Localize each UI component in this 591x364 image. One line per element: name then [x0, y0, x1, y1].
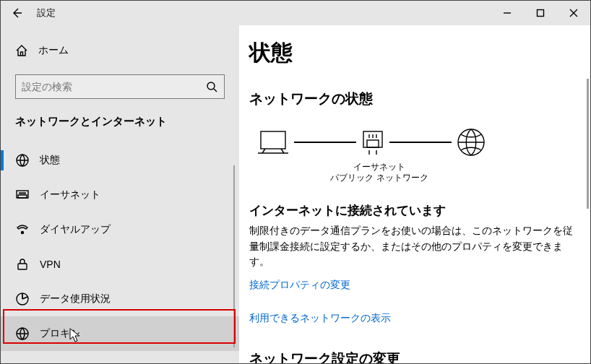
search-icon — [205, 81, 218, 92]
svg-point-5 — [22, 232, 24, 234]
nav-list: 状態 イーサネット ダイヤルアップ VPN — [1, 143, 239, 351]
nav-item-dialup[interactable]: ダイヤルアップ — [1, 212, 239, 247]
computer-icon — [256, 129, 290, 156]
connection-status-desc: 制限付きのデータ通信プランをお使いの場合は、このネットワークを従量制課金接続に設… — [249, 223, 573, 270]
status-icon — [15, 153, 30, 168]
network-diagram — [256, 127, 573, 157]
page-heading: 状態 — [249, 38, 573, 68]
caption-line1: イーサネット — [256, 162, 502, 173]
svg-rect-11 — [367, 140, 379, 147]
content-pane: 状態 ネットワークの状態 イーサネット パブリック ネットワーク インターネット… — [239, 25, 590, 363]
nav-item-proxy[interactable]: プロキシ — [1, 316, 239, 351]
nav-label: VPN — [40, 259, 61, 270]
home-icon — [15, 44, 28, 57]
nav-item-vpn[interactable]: VPN — [1, 247, 239, 282]
globe-icon — [456, 127, 486, 157]
svg-rect-0 — [538, 10, 544, 17]
title-bar: 設定 — [1, 1, 590, 25]
router-icon — [361, 129, 385, 156]
sidebar-scrollbar[interactable] — [233, 165, 235, 347]
nav-label: データ使用状況 — [40, 292, 111, 306]
maximize-button[interactable] — [524, 1, 557, 25]
close-button[interactable] — [557, 1, 590, 25]
proxy-icon — [15, 326, 30, 341]
home-label: ホーム — [38, 44, 69, 57]
home-button[interactable]: ホーム — [1, 40, 239, 61]
search-input[interactable] — [22, 81, 205, 92]
connector-line — [294, 142, 356, 143]
close-icon — [569, 9, 578, 17]
vpn-icon — [15, 257, 30, 272]
svg-rect-10 — [363, 131, 382, 147]
back-button[interactable] — [1, 1, 33, 25]
nav-label: プロキシ — [40, 327, 80, 340]
connection-status-heading: インターネットに接続されています — [249, 202, 573, 219]
svg-rect-4 — [18, 195, 27, 198]
search-box[interactable] — [15, 74, 225, 99]
sidebar: ホーム ネットワークとインターネット 状態 イーサネット — [1, 25, 239, 363]
datausage-icon — [15, 292, 30, 306]
nav-label: ダイヤルアップ — [40, 223, 111, 236]
window-title: 設定 — [37, 7, 56, 20]
minimize-button[interactable] — [491, 1, 524, 25]
svg-rect-9 — [261, 131, 285, 149]
link-connection-properties[interactable]: 接続プロパティの変更 — [249, 279, 573, 292]
link-show-networks[interactable]: 利用できるネットワークの表示 — [249, 312, 573, 325]
section-heading: ネットワークの状態 — [249, 90, 573, 108]
nav-item-datausage[interactable]: データ使用状況 — [1, 282, 239, 316]
nav-item-status[interactable]: 状態 — [1, 143, 239, 178]
dialup-icon — [15, 222, 30, 237]
caption-line2: パブリック ネットワーク — [256, 173, 502, 183]
svg-point-1 — [207, 82, 215, 90]
category-title: ネットワークとインターネット — [1, 115, 239, 143]
diagram-caption: イーサネット パブリック ネットワーク — [256, 162, 502, 183]
nav-label: イーサネット — [40, 188, 100, 202]
content-scrollbar[interactable] — [587, 79, 589, 209]
ethernet-icon — [15, 188, 30, 202]
connector-line — [389, 142, 452, 143]
section-heading: ネットワーク設定の変更 — [249, 350, 573, 364]
nav-label: 状態 — [40, 154, 60, 167]
maximize-icon — [536, 9, 545, 17]
svg-rect-6 — [18, 264, 27, 269]
arrow-left-icon — [11, 7, 22, 19]
minimize-icon — [503, 9, 512, 17]
nav-item-ethernet[interactable]: イーサネット — [1, 178, 239, 212]
